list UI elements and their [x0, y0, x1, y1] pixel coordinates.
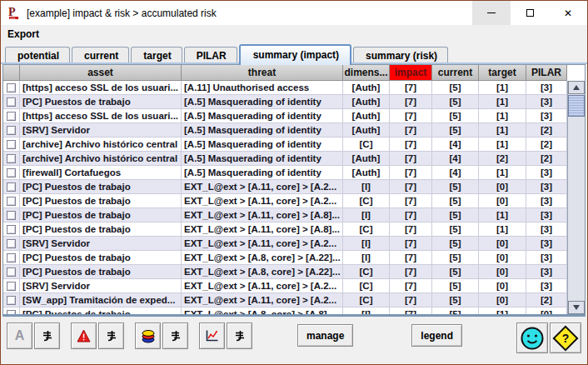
font-size-button[interactable]: A [7, 322, 32, 349]
cell-threat: EXT_L@ext > [A.11, core] > [A.2... [182, 194, 343, 208]
row-checkbox[interactable] [7, 296, 16, 305]
table-row[interactable]: [SRV] Servidor EXT_L@ext > [A.11, core] … [3, 237, 585, 251]
menu-export[interactable]: Export [1, 28, 46, 40]
legend-button[interactable]: legend [411, 324, 462, 347]
table-row[interactable]: [SW_app] Tramitación de exped... EXT_L@e… [3, 293, 585, 308]
help-button[interactable]: ? [550, 322, 581, 353]
tab-summary-impact[interactable]: summary (impact) [239, 44, 351, 65]
cell-dimension: [C] [343, 279, 390, 293]
cell-current: [5] [432, 237, 479, 251]
scrollbar-thumb[interactable] [568, 95, 585, 117]
table-row[interactable]: [SRV] Servidor EXT_L@ext > [A.11, core] … [3, 279, 585, 293]
cell-pilar: [3] [526, 109, 567, 123]
chart-button[interactable] [199, 322, 225, 349]
manage-button[interactable]: manage [297, 324, 353, 347]
table-row[interactable]: [PC] Puestos de trabajo EXT_L@ext > [A.8… [3, 251, 585, 265]
scroll-down-button[interactable] [568, 301, 585, 314]
cell-pilar: [3] [526, 237, 567, 251]
maximize-button[interactable] [511, 1, 549, 25]
filter-button-2[interactable] [98, 322, 124, 349]
cell-impact: [7] [390, 152, 432, 166]
row-checkbox[interactable] [7, 197, 16, 206]
database-button[interactable] [135, 322, 161, 349]
vertical-scrollbar[interactable] [567, 81, 585, 314]
table-row[interactable]: [PC] Puestos de trabajo EXT_L@ext > [A.1… [3, 222, 585, 237]
tab-target[interactable]: target [131, 47, 182, 64]
table-row[interactable]: [PC] Puestos de trabajo [A.5] Masqueradi… [3, 95, 585, 109]
minimize-button[interactable] [472, 1, 511, 25]
arrow-down-icon [573, 305, 580, 310]
header-threat[interactable]: threat [182, 65, 343, 81]
header-current[interactable]: current [432, 65, 479, 81]
cell-dimension: [Auth] [343, 123, 390, 138]
cell-target: [2] [479, 152, 526, 166]
scroll-up-button[interactable] [568, 81, 585, 94]
cell-asset: [PC] Puestos de trabajo [20, 180, 182, 194]
row-checkbox[interactable] [7, 126, 16, 135]
table-row[interactable]: [https] acceso SSL de los usuari... [A.1… [3, 81, 585, 95]
svg-text:ccn: ccn [10, 16, 15, 20]
row-checkbox[interactable] [7, 112, 16, 121]
table-row[interactable]: [PC] Puestos de trabajo EXT_L@ext > [A.1… [3, 208, 585, 222]
cell-asset: [SW_app] Tramitación de exped... [20, 293, 182, 308]
cell-target: [0] [479, 237, 526, 251]
row-checkbox[interactable] [7, 225, 16, 234]
table-row[interactable]: [firewall] Cortafuegos [A.5] Masqueradin… [3, 166, 585, 180]
risk-table: asset threat dimens... impact current ta… [2, 64, 586, 317]
cell-threat: EXT_L@ext > [A.11, core] > [A.2... [182, 279, 343, 293]
cell-impact: [7] [390, 237, 432, 251]
header-dimension[interactable]: dimens... [343, 65, 390, 81]
filter-button-3[interactable] [162, 322, 188, 349]
row-checkbox-cell [3, 308, 20, 315]
table-row[interactable]: [archive] Archivo histórico central [A.5… [3, 138, 585, 152]
row-checkbox[interactable] [7, 168, 16, 178]
row-checkbox-cell [3, 95, 20, 109]
status-smiley-button[interactable] [516, 322, 548, 353]
close-button[interactable]: ✕ [549, 1, 587, 25]
table-row[interactable]: [PC] Puestos de trabajo EXT_L@ext > [A.8… [3, 308, 585, 315]
cell-threat: EXT_L@ext > [A.11, core] > [A.2... [182, 237, 343, 251]
filter-button-4[interactable] [227, 322, 252, 349]
row-checkbox[interactable] [7, 83, 16, 92]
row-checkbox[interactable] [7, 239, 16, 248]
cell-target: [1] [479, 166, 526, 180]
tab-current[interactable]: current [72, 47, 129, 64]
row-checkbox[interactable] [7, 182, 16, 192]
header-target[interactable]: target [479, 65, 526, 81]
tab-pilar[interactable]: PILAR [184, 47, 237, 64]
cell-asset: [PC] Puestos de trabajo [20, 251, 182, 265]
table-row[interactable]: [PC] Puestos de trabajo EXT_L@ext > [A.1… [3, 180, 585, 194]
row-checkbox[interactable] [7, 98, 16, 107]
cell-current: [4] [432, 166, 479, 180]
cell-dimension: [C] [343, 138, 390, 152]
header-asset[interactable]: asset [20, 65, 182, 81]
cell-dimension: [Auth] [343, 109, 390, 123]
table-row[interactable]: [PC] Puestos de trabajo EXT_L@ext > [A.8… [3, 265, 585, 279]
scrollbar-track[interactable] [568, 117, 585, 301]
cell-pilar: [2] [526, 152, 567, 166]
table-row[interactable]: [archive] Archivo histórico central [A.5… [3, 152, 585, 166]
cell-threat: EXT_L@ext > [A.8, core] > [A.22]... [182, 251, 343, 265]
row-checkbox-cell [3, 194, 20, 208]
table-row[interactable]: [PC] Puestos de trabajo EXT_L@ext > [A.1… [3, 194, 585, 208]
row-checkbox[interactable] [7, 282, 16, 291]
row-checkbox[interactable] [7, 211, 16, 220]
app-window: P ccn [example] impact & risk > accumula… [0, 0, 588, 365]
row-checkbox[interactable] [7, 268, 16, 277]
table-row[interactable]: [https] acceso SSL de los usuari... [A.5… [3, 109, 585, 123]
warning-button[interactable] [71, 322, 97, 349]
tab-potential[interactable]: potential [5, 47, 70, 64]
header-impact[interactable]: impact [390, 65, 432, 81]
table-row[interactable]: [SRV] Servidor [A.5] Masquerading of ide… [3, 123, 585, 138]
row-checkbox[interactable] [7, 140, 16, 149]
tab-summary-risk[interactable]: summary (risk) [353, 47, 448, 64]
row-checkbox[interactable] [7, 310, 16, 316]
filter-button-1[interactable] [34, 322, 60, 349]
header-checkbox-column[interactable] [3, 65, 20, 81]
header-pilar[interactable]: PILAR [526, 65, 567, 81]
cell-dimension: [Auth] [343, 152, 390, 166]
row-checkbox[interactable] [7, 154, 16, 163]
cell-current: [5] [432, 251, 479, 265]
menu-bar: Export [1, 25, 587, 42]
row-checkbox[interactable] [7, 253, 16, 262]
